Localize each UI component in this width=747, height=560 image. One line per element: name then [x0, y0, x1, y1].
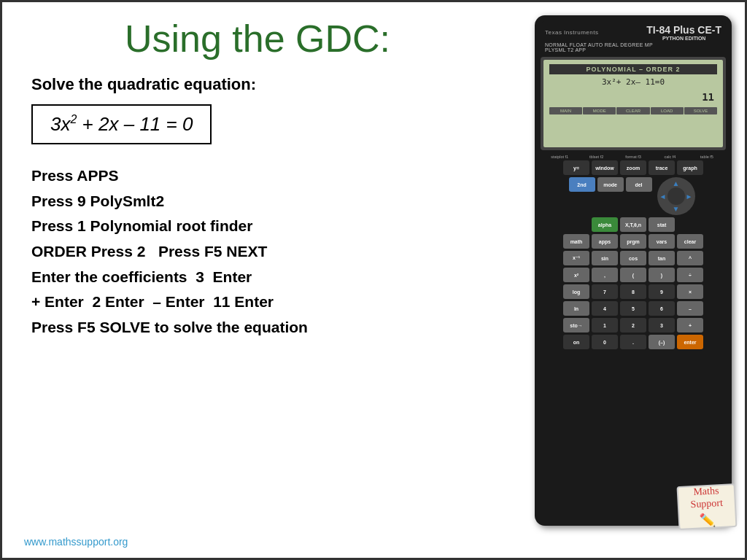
screen-menu: MAIN MODE CLEAR LOAD SOLVE [549, 107, 717, 114]
key-enter[interactable]: enter [677, 335, 703, 349]
calc-top: Texas Instruments TI-84 Plus CE-T PYTHON… [541, 21, 726, 54]
key-tan[interactable]: tan [649, 251, 675, 265]
key-row-2: 2nd mode del ▲ ▼ ◄ ► [542, 177, 724, 215]
content-left: Using the GDC: Solve the quadratic equat… [24, 17, 491, 340]
key-xinv[interactable]: x⁻¹ [563, 251, 589, 265]
menu-clear[interactable]: CLEAR [616, 107, 649, 114]
key-zoom[interactable]: zoom [620, 160, 646, 175]
key-5[interactable]: 5 [620, 301, 646, 316]
func-row: statplot f1 tblset f2 format f3 calc f4 … [542, 155, 724, 159]
key-multiply[interactable]: × [677, 284, 703, 299]
key-prgm[interactable]: prgm [620, 234, 646, 249]
key-xtheta[interactable]: X,T,θ,n [620, 217, 646, 232]
menu-solve[interactable]: SOLVE [684, 107, 717, 114]
equation-text: 3x2 + 2x – 11 = 0 [50, 113, 193, 135]
calc-keys: statplot f1 tblset f2 format f3 calc f4 … [541, 155, 726, 349]
key-del[interactable]: del [626, 177, 652, 192]
key-xsq[interactable]: x² [563, 268, 589, 282]
calculator: Texas Instruments TI-84 Plus CE-T PYTHON… [535, 15, 732, 526]
key-row-1: y= window zoom trace graph [542, 160, 724, 175]
menu-mode[interactable]: MODE [583, 107, 616, 114]
key-graph[interactable]: graph [677, 160, 703, 175]
key-plus[interactable]: + [677, 318, 703, 332]
key-row-5: x⁻¹ sin cos tan ^ [542, 251, 724, 265]
key-stat[interactable]: stat [649, 217, 675, 232]
calc-screen-outer: POLYNOMIAL – ORDER 2 3x²+ 2x– 11=0 11 MA… [541, 57, 726, 150]
calc-model: TI-84 Plus CE-T PYTHON EDITION [646, 24, 721, 41]
key-rparen[interactable]: ) [649, 268, 675, 282]
key-comma[interactable]: , [592, 268, 618, 282]
calc-app: PLYSML T2 APP [545, 47, 721, 52]
key-divide[interactable]: ÷ [677, 268, 703, 282]
screen-equation: 3x²+ 2x– 11=0 [549, 77, 717, 87]
screen-title: POLYNOMIAL – ORDER 2 [549, 64, 717, 74]
key-y=[interactable]: y= [563, 160, 589, 175]
website-link[interactable]: www.mathssupport.org [24, 536, 128, 548]
instruction-6: + Enter 2 Enter – Enter 11 Enter [31, 289, 491, 315]
instruction-4: ORDER Press 2 Press F5 NEXT [31, 239, 491, 265]
key-row-4: math apps prgm vars clear [542, 234, 724, 249]
slide-subtitle: Solve the quadratic equation: [31, 75, 491, 94]
key-2[interactable]: 2 [620, 318, 646, 332]
instruction-7: Press F5 SOLVE to solve the equation [31, 315, 491, 341]
key-on[interactable]: on [563, 335, 589, 349]
calc-status: NORMAL FLOAT AUTO REAL DEGREE MP [545, 42, 721, 47]
key-row-3: alpha X,T,θ,n stat [542, 217, 724, 232]
key-3[interactable]: 3 [649, 318, 675, 332]
instruction-1: Press APPS [31, 163, 491, 189]
key-mode[interactable]: mode [597, 177, 624, 192]
key-math[interactable]: math [563, 234, 589, 249]
screen-result: 11 [549, 91, 717, 103]
key-sto[interactable]: sto→ [563, 318, 589, 332]
key-clear[interactable]: clear [677, 234, 703, 249]
key-row-8: ln 4 5 6 – [542, 301, 724, 316]
key-vars[interactable]: vars [649, 234, 675, 249]
menu-load[interactable]: LOAD [651, 107, 684, 114]
key-log[interactable]: log [563, 284, 589, 299]
key-row-7: log 7 8 9 × [542, 284, 724, 299]
key-6[interactable]: 6 [649, 301, 675, 316]
key-lparen[interactable]: ( [620, 268, 646, 282]
key-9[interactable]: 9 [649, 284, 675, 299]
key-sin[interactable]: sin [592, 251, 618, 265]
pencil-icon: ✏️ [699, 511, 716, 528]
instruction-3: Press 1 Polynomial root finder [31, 214, 491, 239]
key-apps[interactable]: apps [592, 234, 618, 249]
menu-main[interactable]: MAIN [549, 107, 582, 114]
key-cos[interactable]: cos [620, 251, 646, 265]
instruction-5: Enter the coefficients 3 Enter [31, 265, 491, 290]
instructions: Press APPS Press 9 PolySmlt2 Press 1 Pol… [31, 163, 491, 340]
key-row-6: x² , ( ) ÷ [542, 268, 724, 282]
calc-brand: Texas Instruments TI-84 Plus CE-T PYTHON… [545, 24, 721, 41]
maths-support-logo: Maths Support ✏️ [676, 483, 737, 530]
key-0[interactable]: 0 [592, 335, 618, 349]
key-negate[interactable]: (–) [649, 335, 675, 349]
slide: Using the GDC: Solve the quadratic equat… [0, 0, 747, 560]
key-window[interactable]: window [592, 160, 618, 175]
key-row-10: on 0 . (–) enter [542, 335, 724, 349]
key-4[interactable]: 4 [592, 301, 618, 316]
slide-title: Using the GDC: [24, 17, 491, 61]
calc-screen: POLYNOMIAL – ORDER 2 3x²+ 2x– 11=0 11 MA… [543, 60, 723, 147]
instruction-2: Press 9 PolySmlt2 [31, 189, 491, 214]
key-row-9: sto→ 1 2 3 + [542, 318, 724, 332]
equation-box: 3x2 + 2x – 11 = 0 [31, 104, 212, 144]
key-2nd[interactable]: 2nd [569, 177, 595, 192]
nav-cluster[interactable]: ▲ ▼ ◄ ► [657, 177, 695, 215]
key-ln[interactable]: ln [563, 301, 589, 316]
key-alpha[interactable]: alpha [592, 217, 618, 232]
key-power[interactable]: ^ [677, 251, 703, 265]
key-7[interactable]: 7 [592, 284, 618, 299]
key-trace[interactable]: trace [649, 160, 675, 175]
key-minus[interactable]: – [677, 301, 703, 316]
logo-text: Maths Support [689, 485, 723, 511]
key-8[interactable]: 8 [620, 284, 646, 299]
key-1[interactable]: 1 [592, 318, 618, 332]
key-decimal[interactable]: . [620, 335, 646, 349]
brand-name: Texas Instruments [545, 29, 598, 36]
